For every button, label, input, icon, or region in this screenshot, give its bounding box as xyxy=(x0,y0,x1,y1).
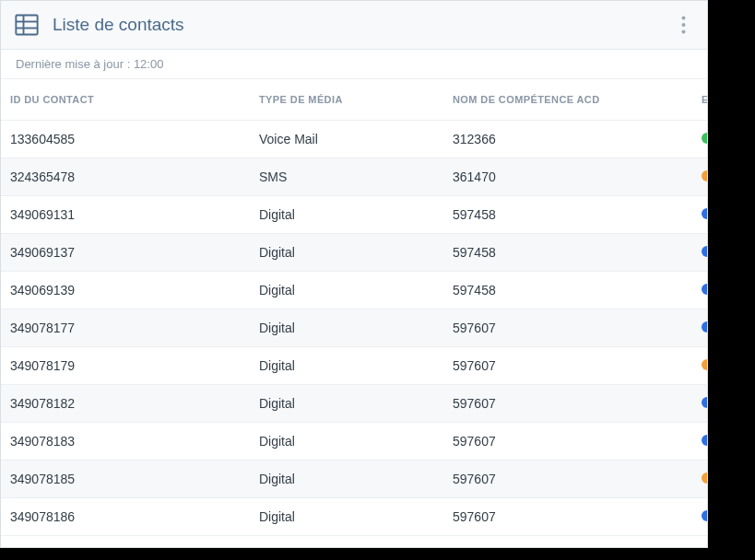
status-dot-icon xyxy=(702,472,707,484)
status-dot-icon xyxy=(702,170,707,181)
cell-media-type: Digital xyxy=(250,423,443,461)
cell-skill-name: 361470 xyxy=(443,158,692,196)
cell-status xyxy=(692,347,707,385)
contact-table: ID DU CONTACT TYPE DE MÉDIA NOM DE COMPÉ… xyxy=(1,79,707,536)
table-row[interactable]: 349078185Digital597607 xyxy=(1,461,707,498)
panel-header: Liste de contacts xyxy=(1,1,707,50)
cell-contact-id: 324365478 xyxy=(1,158,250,196)
cell-status xyxy=(692,461,707,498)
status-dot-icon xyxy=(702,208,707,219)
cell-contact-id: 349078182 xyxy=(1,385,250,423)
cell-media-type: Digital xyxy=(250,196,443,234)
cell-contact-id: 349069131 xyxy=(1,196,250,234)
cell-media-type: Digital xyxy=(250,234,443,272)
contact-list-panel: Liste de contacts Dernière mise à jour :… xyxy=(0,0,708,548)
kebab-icon xyxy=(681,16,686,34)
cell-media-type: Digital xyxy=(250,461,443,498)
table-row[interactable]: 324365478SMS361470 xyxy=(1,158,707,196)
cell-status xyxy=(692,121,707,158)
cell-media-type: SMS xyxy=(250,158,443,196)
status-dot-icon xyxy=(702,510,707,521)
cell-media-type: Digital xyxy=(250,385,443,423)
cell-status xyxy=(692,158,707,196)
table-row[interactable]: 349078183Digital597607 xyxy=(1,423,707,461)
cell-status xyxy=(692,385,707,423)
cell-skill-name: 597607 xyxy=(443,461,692,498)
cell-status xyxy=(692,234,707,272)
last-updated: Dernière mise à jour : 12:00 xyxy=(1,50,707,79)
col-header-id[interactable]: ID DU CONTACT xyxy=(1,79,250,121)
cell-contact-id: 349078186 xyxy=(1,498,250,536)
status-dot-icon xyxy=(702,284,707,295)
cell-status xyxy=(692,196,707,234)
svg-point-4 xyxy=(681,17,685,20)
cell-skill-name: 597607 xyxy=(443,385,692,423)
status-dot-icon xyxy=(702,359,707,370)
table-row[interactable]: 349069139Digital597458 xyxy=(1,272,707,309)
table-row[interactable]: 349069137Digital597458 xyxy=(1,234,707,272)
panel-title: Liste de contacts xyxy=(53,15,672,35)
cell-contact-id: 349078185 xyxy=(1,461,250,498)
cell-media-type: Voice Mail xyxy=(250,121,443,158)
cell-skill-name: 597458 xyxy=(443,272,692,309)
col-header-media[interactable]: TYPE DE MÉDIA xyxy=(250,79,443,121)
table-header-row: ID DU CONTACT TYPE DE MÉDIA NOM DE COMPÉ… xyxy=(1,79,707,121)
status-dot-icon xyxy=(702,133,707,144)
table-icon xyxy=(14,12,40,38)
cell-status xyxy=(692,309,707,347)
svg-rect-0 xyxy=(16,16,37,35)
cell-status xyxy=(692,423,707,461)
status-dot-icon xyxy=(702,246,707,257)
table-row[interactable]: 349078186Digital597607 xyxy=(1,498,707,536)
cell-media-type: Digital xyxy=(250,272,443,309)
table-row[interactable]: 349069131Digital597458 xyxy=(1,196,707,234)
table-row[interactable]: 349078177Digital597607 xyxy=(1,309,707,347)
table-row[interactable]: 349078182Digital597607 xyxy=(1,385,707,423)
cell-media-type: Digital xyxy=(250,498,443,536)
panel-menu-button[interactable] xyxy=(672,10,694,40)
cell-skill-name: 597607 xyxy=(443,498,692,536)
status-dot-icon xyxy=(702,435,707,446)
svg-point-6 xyxy=(681,30,685,34)
cell-status xyxy=(692,272,707,309)
col-header-skill[interactable]: NOM DE COMPÉTENCE ACD xyxy=(443,79,692,121)
cell-media-type: Digital xyxy=(250,309,443,347)
cell-contact-id: 133604585 xyxy=(1,121,250,158)
cell-contact-id: 349078177 xyxy=(1,309,250,347)
status-dot-icon xyxy=(702,321,707,332)
cell-media-type: Digital xyxy=(250,347,443,385)
cell-contact-id: 349069139 xyxy=(1,272,250,309)
table-row[interactable]: 133604585Voice Mail312366 xyxy=(1,121,707,158)
cell-skill-name: 312366 xyxy=(443,121,692,158)
cell-skill-name: 597607 xyxy=(443,423,692,461)
cell-skill-name: 597607 xyxy=(443,347,692,385)
cell-contact-id: 349078183 xyxy=(1,423,250,461)
table-wrap: ID DU CONTACT TYPE DE MÉDIA NOM DE COMPÉ… xyxy=(1,79,707,547)
cell-skill-name: 597607 xyxy=(443,309,692,347)
cell-skill-name: 597458 xyxy=(443,196,692,234)
col-header-status[interactable]: E xyxy=(692,79,707,121)
svg-point-5 xyxy=(681,23,685,27)
cell-status xyxy=(692,498,707,536)
table-row[interactable]: 349078179Digital597607 xyxy=(1,347,707,385)
cell-contact-id: 349078179 xyxy=(1,347,250,385)
cell-contact-id: 349069137 xyxy=(1,234,250,272)
cell-skill-name: 597458 xyxy=(443,234,692,272)
status-dot-icon xyxy=(702,397,707,408)
